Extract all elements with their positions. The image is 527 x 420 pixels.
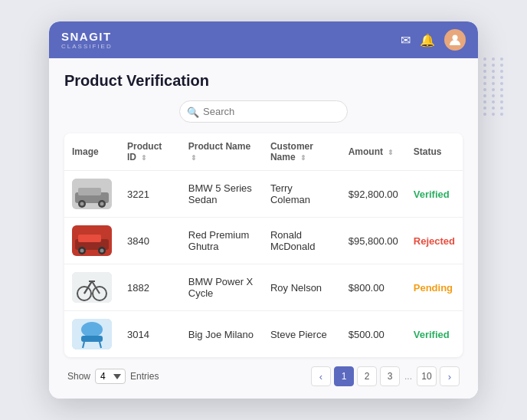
next-page-button[interactable]: › — [440, 366, 460, 386]
dot — [500, 82, 503, 85]
dot — [492, 94, 495, 97]
dot — [492, 57, 495, 61]
dot — [500, 57, 503, 61]
entries-select[interactable]: 4 10 25 — [95, 369, 126, 384]
cell-product-id: 3840 — [119, 218, 181, 264]
sort-icon-amount: ⇕ — [388, 149, 394, 156]
dot — [500, 64, 503, 67]
col-customer-name[interactable]: Customer Name ⇕ — [263, 133, 341, 171]
user-avatar[interactable] — [444, 29, 466, 51]
svg-point-13 — [80, 249, 84, 253]
cell-product-id: 3014 — [119, 311, 181, 358]
table-body: 3221 BMW 5 Series Sedan Terry Coleman $9… — [64, 171, 463, 358]
svg-point-23 — [81, 322, 103, 337]
dot — [483, 76, 486, 79]
show-label: Show — [67, 371, 90, 382]
svg-rect-3 — [78, 188, 101, 195]
page-10-button[interactable]: 10 — [417, 366, 437, 386]
dot — [483, 94, 486, 97]
pagination: Show 4 10 25 Entries ‹ 1 2 3 ... 10 › — [64, 357, 463, 388]
cell-customer-name: Roy Nelson — [263, 264, 341, 311]
product-image-0 — [72, 179, 112, 209]
show-entries: Show 4 10 25 Entries — [67, 369, 159, 384]
status-badge: Rejected — [414, 235, 455, 247]
status-badge: Pending — [414, 282, 453, 294]
table-header: Image Product ID ⇕ Product Name ⇕ Custom… — [64, 133, 463, 171]
dot — [500, 94, 503, 97]
svg-rect-15 — [72, 272, 112, 303]
dot — [500, 76, 503, 79]
dot — [483, 82, 486, 85]
dot — [492, 82, 495, 85]
svg-rect-10 — [78, 235, 101, 242]
page-3-button[interactable]: 3 — [380, 366, 400, 386]
svg-point-14 — [100, 249, 104, 253]
table-row: 1882 BMW Power X Cycle Roy Nelson $800.0… — [64, 264, 463, 311]
dot — [483, 70, 486, 73]
dot — [500, 70, 503, 73]
main-window: SNAGIT CLASSIFIED ✉ 🔔 Product Verificati… — [49, 21, 478, 399]
dot — [483, 113, 486, 116]
search-input[interactable] — [179, 100, 348, 123]
svg-point-0 — [453, 35, 458, 41]
window-header: SNAGIT CLASSIFIED ✉ 🔔 — [49, 21, 478, 58]
cell-customer-name: Terry Coleman — [263, 171, 341, 218]
dot — [500, 113, 503, 116]
dot — [483, 64, 486, 67]
page-1-button[interactable]: 1 — [334, 366, 354, 386]
table-row: 3221 BMW 5 Series Sedan Terry Coleman $9… — [64, 171, 463, 218]
svg-point-7 — [100, 202, 104, 206]
cell-status: Pending — [406, 264, 463, 311]
entries-label: Entries — [130, 371, 159, 382]
cell-product-name: BMW 5 Series Sedan — [181, 171, 263, 218]
bell-icon[interactable]: 🔔 — [420, 33, 435, 48]
cell-customer-name: Ronald McDonald — [263, 218, 341, 264]
header-icons: ✉ 🔔 — [401, 29, 466, 51]
col-status: Status — [406, 133, 463, 171]
window-content: Product Verification 🔍 Image Product ID … — [49, 58, 478, 399]
sort-icon-name: ⇕ — [191, 154, 197, 162]
chat-icon[interactable]: ✉ — [401, 33, 411, 48]
col-product-id[interactable]: Product ID ⇕ — [119, 133, 181, 171]
dot — [492, 76, 495, 79]
svg-point-6 — [80, 202, 84, 206]
cell-image — [64, 264, 119, 311]
cell-amount: $95,800.00 — [341, 218, 406, 264]
svg-rect-24 — [81, 336, 103, 342]
cell-image — [64, 171, 119, 218]
logo-subtitle: CLASSIFIED — [61, 43, 113, 50]
cell-status: Verified — [406, 311, 463, 358]
sort-icon-id: ⇕ — [141, 154, 147, 162]
cell-status: Verified — [406, 171, 463, 218]
page-2-button[interactable]: 2 — [357, 366, 377, 386]
prev-page-button[interactable]: ‹ — [311, 366, 331, 386]
search-input-wrap: 🔍 — [179, 100, 348, 123]
cell-image — [64, 218, 119, 264]
dot — [492, 88, 495, 91]
page-ellipsis: ... — [403, 371, 414, 382]
status-badge: Verified — [414, 189, 450, 200]
col-amount[interactable]: Amount ⇕ — [341, 133, 406, 171]
sort-icon-customer: ⇕ — [300, 154, 306, 162]
product-image-1 — [72, 225, 112, 256]
table-row: 3840 Red Premium Ghutra Ronald McDonald … — [64, 218, 463, 264]
pagination-pages: ‹ 1 2 3 ... 10 › — [311, 366, 460, 386]
logo-title: SNAGIT — [61, 30, 113, 43]
product-image-3 — [72, 319, 112, 349]
cell-product-name: BMW Power X Cycle — [181, 264, 263, 311]
cell-product-name: Big Joe Milano — [181, 311, 263, 358]
dot — [500, 88, 503, 91]
app-logo: SNAGIT CLASSIFIED — [61, 30, 113, 50]
cell-amount: $92,800.00 — [341, 171, 406, 218]
cell-image — [64, 311, 119, 358]
cell-status: Rejected — [406, 218, 463, 264]
status-badge: Verified — [414, 329, 450, 340]
cell-amount: $800.00 — [341, 264, 406, 311]
col-product-name[interactable]: Product Name ⇕ — [181, 133, 263, 171]
dot — [500, 107, 503, 110]
data-table: Image Product ID ⇕ Product Name ⇕ Custom… — [64, 133, 463, 357]
dot — [492, 100, 495, 103]
cell-amount: $500.00 — [341, 311, 406, 358]
dot — [492, 70, 495, 73]
dot — [483, 88, 486, 91]
